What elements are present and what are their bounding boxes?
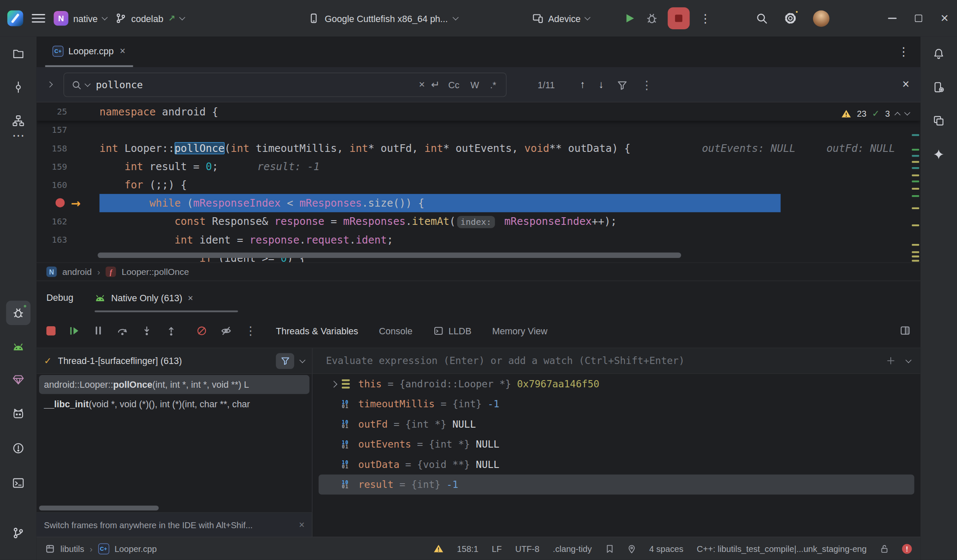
frames-scrollbar[interactable] bbox=[39, 506, 159, 511]
layout-settings-icon[interactable] bbox=[900, 325, 911, 336]
logcat-tool-icon[interactable] bbox=[6, 334, 31, 359]
editor-gutter[interactable]: 163 bbox=[37, 230, 98, 249]
editor-gutter[interactable]: 160 bbox=[37, 176, 98, 194]
close-banner-icon[interactable]: × bbox=[299, 519, 304, 530]
previous-problem-icon[interactable] bbox=[895, 112, 901, 118]
notifications-icon[interactable] bbox=[926, 42, 951, 66]
project-selector[interactable]: N native bbox=[54, 11, 107, 26]
match-case-toggle[interactable]: Cc bbox=[446, 80, 462, 90]
profiler-tool-icon[interactable] bbox=[6, 401, 31, 426]
editor-gutter[interactable] bbox=[37, 249, 98, 263]
filter-icon[interactable] bbox=[617, 80, 627, 90]
editor-gutter[interactable]: 162 bbox=[37, 212, 98, 230]
inspections-widget[interactable]: 23 ✓ 3 bbox=[841, 106, 909, 121]
analyzer[interactable]: .clang-tidy bbox=[553, 544, 592, 554]
run-config-selector[interactable]: codelab ↗ bbox=[115, 13, 185, 24]
regex-toggle[interactable]: .* bbox=[488, 80, 499, 90]
whole-words-toggle[interactable]: W bbox=[468, 80, 481, 90]
search-field[interactable]: × ↵ Cc W .* bbox=[64, 73, 507, 97]
problems-tool-icon[interactable] bbox=[6, 436, 31, 461]
run-button[interactable] bbox=[624, 12, 636, 25]
variable-row[interactable]: 1001outFd = {int *} NULL bbox=[312, 414, 920, 434]
main-menu-button[interactable] bbox=[32, 14, 45, 22]
evaluate-bar[interactable]: Evaluate expression (Enter) or add a wat… bbox=[312, 348, 920, 374]
tab-scroll-indicator[interactable] bbox=[95, 311, 238, 312]
step-into-icon[interactable] bbox=[141, 325, 152, 336]
editor-gutter[interactable]: 25 bbox=[37, 103, 98, 121]
status-file[interactable]: Looper.cpp bbox=[115, 544, 157, 554]
variable-row[interactable]: 1001outEvents = {int *} NULL bbox=[312, 434, 920, 454]
variable-row[interactable]: 1001timeoutMillis = {int} -1 bbox=[312, 394, 920, 414]
expander-icon[interactable] bbox=[326, 374, 342, 394]
breakpoint-icon[interactable] bbox=[56, 198, 65, 207]
bookmark-icon[interactable] bbox=[605, 544, 614, 554]
clear-search-icon[interactable]: × bbox=[419, 78, 425, 91]
stop-button[interactable] bbox=[668, 7, 690, 29]
search-icon[interactable] bbox=[756, 12, 768, 25]
line-separator[interactable]: LF bbox=[492, 544, 501, 554]
layout-inspector-icon[interactable] bbox=[926, 109, 951, 133]
maximize-button[interactable] bbox=[915, 15, 922, 22]
filter-frames-button[interactable] bbox=[276, 353, 294, 369]
resume-icon[interactable] bbox=[68, 325, 80, 336]
stack-frame-row[interactable]: android::Looper::pollOnce(int, int *, in… bbox=[39, 375, 310, 394]
commit-tool-icon[interactable] bbox=[6, 75, 31, 100]
avatar[interactable] bbox=[813, 10, 830, 27]
code-line[interactable]: 160 for (;;) { bbox=[37, 176, 920, 194]
tab-memory-view[interactable]: Memory View bbox=[492, 325, 547, 336]
device-selector[interactable]: Google Cuttlefish x86_64 ph... bbox=[308, 0, 458, 36]
close-session-icon[interactable]: × bbox=[188, 292, 193, 302]
pin-icon[interactable] bbox=[627, 544, 636, 554]
minimize-button[interactable] bbox=[888, 18, 897, 19]
debug-tool-icon-selected[interactable] bbox=[6, 301, 31, 325]
search-history-chevron[interactable] bbox=[84, 81, 90, 87]
warning-icon[interactable] bbox=[433, 544, 443, 553]
error-indicator[interactable]: ! bbox=[902, 544, 912, 554]
indent-setting[interactable]: 4 spaces bbox=[649, 544, 684, 554]
editor-tab[interactable]: C+ Looper.cpp × bbox=[45, 36, 132, 67]
chevron-down-icon[interactable] bbox=[906, 357, 912, 363]
close-button[interactable]: × bbox=[940, 11, 948, 25]
app-insights-tool-icon[interactable] bbox=[6, 367, 31, 392]
step-over-icon[interactable] bbox=[117, 325, 128, 336]
pause-icon[interactable] bbox=[93, 325, 104, 336]
code-line[interactable]: 158int Looper::pollOnce(int timeoutMilli… bbox=[37, 139, 920, 157]
tab-lldb[interactable]: LLDB bbox=[433, 325, 471, 336]
next-problem-icon[interactable] bbox=[904, 109, 910, 115]
chevron-down-icon[interactable] bbox=[299, 357, 305, 363]
more-actions-button[interactable]: ⋮ bbox=[699, 12, 711, 24]
debug-button[interactable] bbox=[646, 12, 658, 25]
editor-gutter[interactable]: → bbox=[37, 194, 98, 212]
newline-icon[interactable]: ↵ bbox=[431, 78, 439, 91]
editor-gutter[interactable]: 158 bbox=[37, 139, 98, 157]
thread-selector[interactable]: ✓ Thread-1-[surfaceflinger] (613) bbox=[37, 348, 312, 374]
encoding[interactable]: UTF-8 bbox=[515, 544, 539, 554]
toolchain[interactable]: C++: libutils_test_compile|...unk_stagin… bbox=[697, 544, 867, 554]
code-editor[interactable]: 25namespace android {157158int Looper::p… bbox=[37, 103, 920, 263]
tab-console[interactable]: Console bbox=[379, 325, 412, 336]
code-line[interactable]: 163 int ident = response.request.ident; bbox=[37, 230, 920, 249]
debug-options-button[interactable]: ⋮ bbox=[245, 325, 256, 336]
add-watch-icon[interactable] bbox=[886, 356, 895, 366]
editor-gutter[interactable]: 157 bbox=[37, 121, 98, 139]
search-input[interactable] bbox=[96, 79, 413, 90]
variable-row[interactable]: this = {android::Looper *} 0x7967aa146f5… bbox=[312, 374, 920, 394]
tab-threads-variables[interactable]: Threads & Variables bbox=[276, 325, 358, 336]
lock-icon[interactable] bbox=[880, 544, 889, 554]
close-tab-icon[interactable]: × bbox=[120, 45, 125, 56]
step-out-icon[interactable] bbox=[166, 325, 177, 336]
variable-row[interactable]: 1001result = {int} -1 bbox=[318, 474, 914, 494]
gemini-icon[interactable] bbox=[926, 142, 951, 167]
code-line[interactable]: 157 bbox=[37, 121, 920, 139]
device-mirror-selector[interactable]: Adevice bbox=[532, 0, 590, 36]
mute-breakpoints-icon[interactable] bbox=[196, 325, 207, 336]
code-line[interactable]: 25namespace android { bbox=[37, 103, 920, 121]
code-line[interactable]: 159 int result = 0;result: -1 bbox=[37, 157, 920, 176]
version-control-tool-icon[interactable] bbox=[6, 521, 31, 546]
expand-replace-icon[interactable] bbox=[47, 81, 53, 87]
variable-row[interactable]: 1001outData = {void **} NULL bbox=[312, 454, 920, 474]
hide-watches-icon[interactable] bbox=[220, 325, 232, 336]
settings-button[interactable] bbox=[784, 11, 797, 25]
device-manager-icon[interactable] bbox=[926, 75, 951, 100]
caret-position[interactable]: 158:1 bbox=[457, 544, 478, 554]
